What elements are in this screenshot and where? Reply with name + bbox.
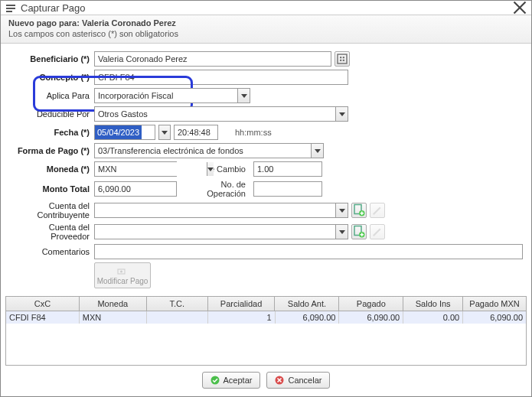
chevron-down-icon (315, 148, 321, 154)
label-beneficiario: Beneficiario (*) (8, 54, 94, 63)
cuenta-contribuyente-combo[interactable] (94, 203, 348, 218)
chevron-down-icon (339, 229, 345, 235)
edit-icon (370, 225, 384, 239)
aceptar-label: Aceptar (224, 376, 253, 385)
edit-money-icon (117, 266, 128, 277)
cancelar-button[interactable]: Cancelar (266, 372, 330, 389)
label-deducible-por: Deducible Por (8, 109, 94, 119)
label-concepto: Concepto (*) (8, 73, 94, 82)
col-moneda[interactable]: Moneda (80, 297, 147, 311)
label-aplica-para: Aplica Para (8, 91, 94, 100)
svg-marker-12 (162, 131, 168, 135)
cuenta-contribuyente-add-button[interactable] (351, 203, 367, 218)
col-cxc[interactable]: CxC (6, 297, 80, 311)
svg-rect-2 (6, 11, 12, 12)
cancel-icon (275, 376, 284, 385)
svg-rect-8 (340, 60, 341, 61)
col-pagado-mxn[interactable]: Pagado MXN (463, 297, 526, 311)
svg-marker-15 (339, 209, 345, 213)
forma-pago-combo[interactable] (94, 143, 324, 158)
building-icon (335, 52, 349, 66)
fecha-input[interactable]: 05/04/2023 (95, 125, 142, 139)
add-document-icon (352, 225, 366, 239)
svg-point-27 (211, 376, 219, 385)
col-saldo-ant[interactable]: Saldo Ant. (275, 297, 339, 311)
cuenta-contribuyente-dropdown-button[interactable] (335, 203, 348, 217)
fecha-picker-button[interactable] (158, 125, 171, 140)
form: Beneficiario (*) Concepto (*) Aplica Par… (1, 44, 531, 294)
svg-point-26 (120, 270, 122, 272)
cell-pagado-mxn: 6,090.00 (463, 311, 526, 324)
aplica-para-dropdown-button[interactable] (237, 89, 250, 103)
aplica-para-input[interactable] (95, 89, 237, 103)
cuenta-proveedor-add-button[interactable] (351, 224, 367, 239)
deducible-por-combo[interactable] (94, 106, 348, 122)
svg-marker-14 (207, 168, 214, 171)
close-button[interactable] (513, 1, 527, 15)
svg-marker-10 (241, 94, 247, 98)
titlebar: Capturar Pago (1, 1, 531, 15)
subheader-prefix: Nuevo pago para: (8, 18, 82, 28)
tipo-cambio-input[interactable] (253, 161, 322, 177)
col-saldo-ins[interactable]: Saldo Ins (403, 297, 463, 311)
label-no-operacion: No. de Operación (180, 180, 250, 198)
cuenta-proveedor-combo[interactable] (94, 224, 348, 239)
payments-grid: CxC Moneda T.C. Parcialidad Saldo Ant. P… (5, 296, 527, 366)
svg-marker-11 (339, 112, 345, 116)
label-comentarios: Comentarios (8, 247, 94, 256)
beneficiario-input[interactable] (94, 51, 331, 67)
monto-total-input[interactable] (94, 181, 177, 197)
svg-rect-9 (343, 60, 344, 61)
lookup-beneficiario-button[interactable] (335, 51, 350, 67)
col-parcialidad[interactable]: Parcialidad (208, 297, 276, 311)
label-forma-pago: Forma de Pago (*) (8, 146, 94, 155)
cuenta-proveedor-edit-button (370, 224, 385, 239)
moneda-combo[interactable] (94, 161, 177, 177)
forma-pago-input[interactable] (95, 144, 311, 158)
col-tc[interactable]: T.C. (147, 297, 208, 311)
label-moneda: Moneda (*) (8, 164, 94, 174)
hora-input[interactable] (174, 125, 218, 140)
moneda-input[interactable] (95, 162, 207, 176)
modificar-pago-button: Modificar Pago (94, 262, 151, 288)
subheader: Nuevo pago para: Valeria Coronado Perez … (1, 15, 531, 44)
chevron-down-icon (339, 111, 345, 117)
concepto-input[interactable] (94, 70, 348, 85)
forma-pago-dropdown-button[interactable] (311, 144, 323, 158)
deducible-por-input[interactable] (95, 107, 335, 121)
deducible-por-dropdown-button[interactable] (335, 107, 348, 121)
label-cuenta-contribuyente: Cuenta del Contribuyente (8, 201, 94, 220)
no-operacion-input[interactable] (253, 181, 322, 197)
svg-rect-0 (6, 5, 15, 6)
cell-tc (147, 311, 208, 324)
fecha-input-wrap[interactable]: 05/04/2023 (94, 125, 155, 140)
footer: Aceptar Cancelar (1, 366, 531, 396)
cuenta-contribuyente-input[interactable] (95, 203, 335, 217)
grid-body: CFDI F84 MXN 1 6,090.00 6,090.00 0.00 6,… (6, 311, 526, 365)
label-cuenta-proveedor: Cuenta del Proveedor (8, 223, 94, 241)
grid-header: CxC Moneda T.C. Parcialidad Saldo Ant. P… (6, 297, 526, 311)
add-document-icon (352, 203, 366, 217)
window-title: Capturar Pago (21, 2, 86, 14)
cell-saldo-ant: 6,090.00 (276, 311, 340, 324)
moneda-dropdown-button[interactable] (207, 162, 214, 176)
comentarios-input[interactable] (94, 244, 523, 259)
col-pagado[interactable]: Pagado (339, 297, 403, 311)
cuenta-proveedor-dropdown-button[interactable] (335, 225, 348, 239)
label-fecha: Fecha (*) (8, 128, 94, 137)
table-row[interactable]: CFDI F84 MXN 1 6,090.00 6,090.00 0.00 6,… (6, 311, 526, 324)
cell-moneda: MXN (80, 311, 147, 324)
close-icon (513, 1, 527, 15)
modificar-pago-label: Modificar Pago (97, 277, 149, 285)
label-monto-total: Monto Total (8, 184, 94, 194)
chevron-down-icon (241, 93, 247, 99)
aceptar-button[interactable]: Aceptar (202, 372, 261, 389)
svg-marker-20 (339, 230, 345, 234)
edit-icon (370, 203, 384, 217)
cell-parcialidad: 1 (208, 311, 276, 324)
svg-rect-6 (340, 57, 341, 58)
aplica-para-combo[interactable] (94, 88, 250, 103)
cuenta-proveedor-input[interactable] (95, 225, 335, 239)
svg-rect-7 (343, 57, 344, 58)
check-icon (211, 376, 220, 385)
